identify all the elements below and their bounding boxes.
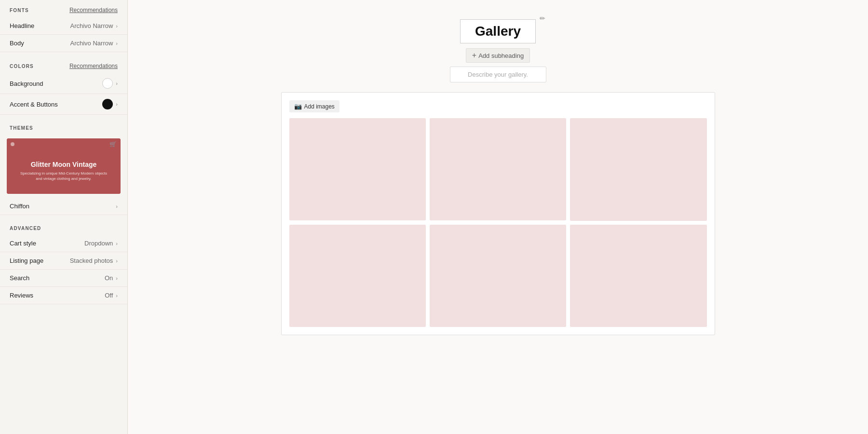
- gallery-cell-6[interactable]: [570, 225, 706, 327]
- cart-style-chevron: ›: [116, 241, 118, 246]
- background-value: ›: [102, 78, 118, 89]
- gallery-cell-1[interactable]: [289, 118, 426, 220]
- search-row[interactable]: Search On ›: [0, 270, 127, 287]
- search-chevron: ›: [116, 275, 118, 281]
- chiffon-row[interactable]: Chiffon ›: [0, 198, 127, 215]
- reviews-value: Off ›: [105, 292, 118, 299]
- reviews-row[interactable]: Reviews Off ›: [0, 287, 127, 304]
- advanced-section-header: ADVANCED: [0, 219, 127, 235]
- chiffon-chevron: ›: [116, 203, 118, 209]
- background-label: Background: [10, 80, 43, 87]
- colors-recommendations-link[interactable]: Recommendations: [69, 63, 118, 69]
- headline-chevron: ›: [116, 23, 118, 29]
- main-content: Gallery ✏ + Add subheading Describe your…: [128, 0, 868, 434]
- listing-page-row[interactable]: Listing page Stacked photos ›: [0, 252, 127, 270]
- background-swatch: [102, 78, 113, 89]
- colors-section-header: COLORS Recommendations: [0, 56, 127, 73]
- listing-page-value: Stacked photos ›: [70, 257, 118, 264]
- theme-description: Specializing in unique Mid-Century Moder…: [19, 171, 108, 181]
- add-images-label: Add images: [304, 103, 335, 110]
- plus-icon: +: [472, 51, 476, 60]
- gallery-header: Gallery ✏ + Add subheading Describe your…: [450, 19, 546, 82]
- cart-style-label: Cart style: [10, 240, 36, 247]
- gallery-grid: [289, 118, 707, 327]
- add-subheading-label: Add subheading: [478, 52, 524, 59]
- gallery-cell-5[interactable]: [430, 225, 566, 327]
- add-images-button[interactable]: 📷 Add images: [289, 100, 339, 112]
- fonts-label: FONTS: [10, 8, 29, 13]
- listing-page-chevron: ›: [116, 258, 118, 264]
- themes-label: THEMES: [10, 125, 33, 131]
- theme-name: Glitter Moon Vintage: [19, 161, 108, 168]
- body-value: Archivo Narrow ›: [70, 40, 118, 47]
- describe-gallery-placeholder[interactable]: Describe your gallery.: [450, 67, 546, 82]
- body-label: Body: [10, 40, 24, 47]
- headline-label: Headline: [10, 22, 34, 29]
- gallery-cell-2[interactable]: [430, 118, 566, 220]
- cart-style-value: Dropdown ›: [84, 240, 118, 247]
- gallery-cell-3[interactable]: [570, 118, 706, 221]
- theme-card-inner: Glitter Moon Vintage Specializing in uni…: [14, 155, 114, 187]
- reviews-label: Reviews: [10, 292, 33, 299]
- accent-chevron: ›: [116, 101, 118, 107]
- theme-card-dot: [11, 142, 14, 146]
- background-row[interactable]: Background ›: [0, 73, 127, 94]
- colors-label: COLORS: [10, 64, 34, 69]
- advanced-label: ADVANCED: [10, 226, 41, 231]
- background-chevron: ›: [116, 81, 118, 86]
- add-subheading-button[interactable]: + Add subheading: [466, 48, 530, 63]
- body-chevron: ›: [116, 41, 118, 46]
- theme-card-body: Glitter Moon Vintage Specializing in uni…: [7, 150, 121, 194]
- accent-row[interactable]: Accent & Buttons ›: [0, 94, 127, 115]
- fonts-recommendations-link[interactable]: Recommendations: [69, 7, 118, 14]
- pencil-icon: ✏: [540, 14, 545, 22]
- headline-value: Archivo Narrow ›: [70, 22, 118, 29]
- accent-swatch: [102, 99, 113, 109]
- fonts-section-header: FONTS Recommendations: [0, 0, 127, 17]
- cart-style-row[interactable]: Cart style Dropdown ›: [0, 235, 127, 252]
- cart-icon: 🛒: [109, 141, 117, 148]
- body-row[interactable]: Body Archivo Narrow ›: [0, 35, 127, 52]
- reviews-chevron: ›: [116, 293, 118, 298]
- listing-page-label: Listing page: [10, 257, 43, 264]
- search-value: On ›: [105, 274, 118, 282]
- theme-card[interactable]: 🛒 Glitter Moon Vintage Specializing in u…: [7, 138, 121, 194]
- gallery-title[interactable]: Gallery: [460, 19, 536, 43]
- accent-value: ›: [102, 99, 118, 109]
- sidebar: FONTS Recommendations Headline Archivo N…: [0, 0, 128, 434]
- gallery-title-wrapper: Gallery ✏: [460, 19, 536, 48]
- search-label: Search: [10, 274, 29, 282]
- themes-section-header: THEMES: [0, 119, 127, 135]
- headline-row[interactable]: Headline Archivo Narrow ›: [0, 17, 127, 35]
- accent-label: Accent & Buttons: [10, 101, 58, 108]
- theme-card-topbar: 🛒: [7, 138, 121, 150]
- gallery-cell-4[interactable]: [289, 225, 426, 327]
- camera-icon: 📷: [294, 103, 302, 110]
- chiffon-value: ›: [116, 203, 118, 209]
- gallery-container: 📷 Add images: [281, 92, 715, 335]
- chiffon-label: Chiffon: [10, 203, 29, 210]
